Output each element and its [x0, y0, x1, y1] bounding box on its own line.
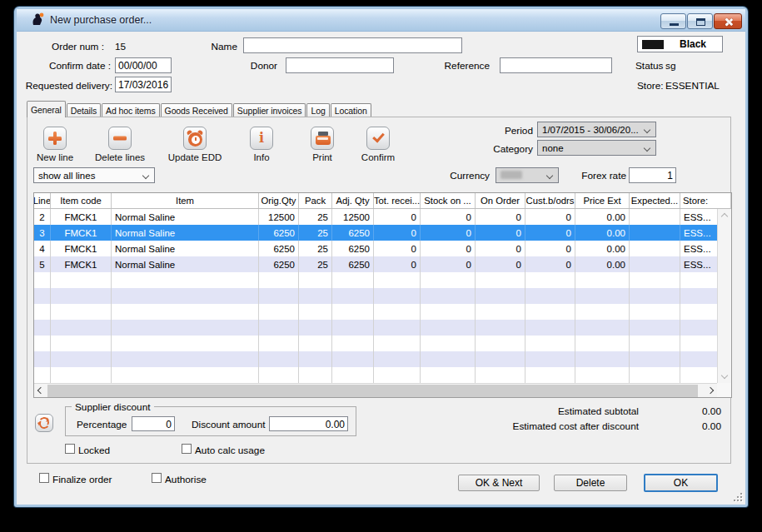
column-header[interactable]: Orig.Qty — [259, 193, 299, 208]
requested-delivery-input[interactable]: 17/03/2016 — [115, 77, 172, 92]
tab-ad-hoc-items[interactable]: Ad hoc items — [102, 103, 160, 117]
new-line-button[interactable] — [43, 127, 67, 150]
forex-rate-input[interactable]: 1 — [629, 167, 676, 183]
close-button[interactable] — [714, 13, 742, 29]
name-input[interactable] — [243, 37, 462, 53]
resize-grip[interactable] — [732, 491, 742, 501]
table-header[interactable]: LineItem codeItemOrig.QtyPackAdj. QtyTot… — [34, 193, 731, 209]
table-cell — [525, 351, 575, 367]
maximize-button[interactable] — [687, 13, 713, 29]
table-cell: 0 — [421, 241, 476, 256]
vertical-scrollbar[interactable] — [717, 209, 731, 383]
color-selector[interactable]: Black — [637, 36, 723, 52]
table-cell: FMCK1 — [51, 241, 112, 256]
table-cell — [630, 209, 680, 225]
ok-next-button[interactable]: OK & Next — [458, 475, 540, 491]
table-row[interactable] — [34, 336, 731, 351]
window-title: New purchase order... — [50, 14, 152, 26]
store-label: Store: — [637, 80, 663, 92]
finalize-order-checkbox[interactable] — [39, 473, 49, 483]
recalculate-button[interactable] — [35, 414, 53, 432]
table-cell: 0 — [476, 209, 525, 225]
info-button[interactable]: i — [250, 127, 273, 150]
table-cell — [525, 272, 575, 288]
table-cell — [332, 367, 374, 383]
tab-location[interactable]: Location — [331, 103, 371, 117]
reference-input[interactable] — [500, 57, 612, 73]
table-cell — [299, 351, 332, 367]
period-select[interactable]: 1/07/2015 - 30/06/20... — [537, 122, 656, 137]
table-cell — [575, 336, 630, 351]
column-header[interactable]: Expected... — [630, 193, 680, 208]
update-edd-button[interactable] — [183, 127, 207, 150]
column-header[interactable]: Stock on ... — [421, 193, 476, 208]
confirm-date-input[interactable]: 00/00/00 — [115, 57, 172, 73]
table-row[interactable] — [34, 320, 731, 336]
column-header[interactable]: Cust.b/odrs — [525, 193, 575, 208]
minimize-button[interactable] — [660, 13, 686, 29]
table-cell — [630, 272, 680, 288]
percentage-input[interactable]: 0 — [132, 416, 175, 431]
table-cell: 0 — [525, 256, 575, 272]
donor-input[interactable] — [286, 57, 394, 73]
tab-supplier-invoices[interactable]: Supplier invoices — [233, 103, 306, 117]
table-cell: 6250 — [332, 241, 374, 256]
table-row[interactable] — [34, 304, 731, 320]
table-cell — [34, 272, 51, 288]
table-row[interactable]: 3FMCK1Normal Saline625025625000000.00ESS… — [34, 225, 731, 241]
delete-button[interactable]: Delete — [554, 475, 627, 491]
tab-goods-received[interactable]: Goods Received — [161, 103, 232, 117]
confirm-date-label: Confirm date : — [27, 60, 111, 72]
scrollbar-thumb[interactable] — [47, 385, 698, 397]
scroll-left-icon[interactable] — [37, 387, 44, 394]
column-header[interactable]: On Order — [476, 193, 525, 208]
scroll-down-icon[interactable] — [721, 372, 728, 379]
auto-calc-checkbox[interactable] — [182, 444, 192, 454]
table-row[interactable] — [34, 367, 731, 383]
period-label: Period — [466, 125, 533, 137]
column-header[interactable]: Store: — [680, 193, 731, 208]
currency-select[interactable] — [496, 167, 559, 183]
tab-details[interactable]: Details — [67, 103, 101, 117]
tab-general[interactable]: General — [27, 101, 66, 117]
ok-button[interactable]: OK — [644, 474, 718, 492]
column-header[interactable]: Item code — [51, 193, 112, 208]
authorise-checkbox[interactable] — [152, 473, 162, 483]
scroll-right-icon[interactable] — [707, 387, 714, 394]
table-cell — [525, 367, 575, 383]
scroll-up-icon[interactable] — [721, 213, 728, 220]
column-header[interactable]: Adj. Qty — [332, 193, 374, 208]
locked-checkbox[interactable] — [65, 444, 75, 454]
table-row[interactable] — [34, 288, 731, 304]
category-select[interactable]: none — [537, 140, 656, 156]
currency-label: Currency — [423, 170, 490, 181]
table-cell — [299, 288, 332, 304]
column-header[interactable]: Line — [34, 193, 51, 208]
table-row[interactable] — [34, 272, 731, 288]
table-cell — [112, 336, 259, 351]
table-cell — [575, 367, 630, 383]
horizontal-scrollbar[interactable] — [34, 383, 717, 397]
table-row[interactable]: 5FMCK1Normal Saline625025625000000.00ESS… — [34, 256, 731, 272]
table-cell — [476, 272, 525, 288]
chevron-down-icon — [546, 172, 553, 179]
title-bar[interactable]: New purchase order... — [17, 9, 745, 32]
delete-lines-button[interactable] — [108, 127, 132, 150]
name-label: Name — [196, 41, 237, 52]
column-header[interactable]: Price Ext — [575, 193, 630, 208]
table-cell: 3 — [34, 225, 51, 241]
print-button[interactable] — [311, 127, 334, 150]
authorise-label: Authorise — [165, 474, 207, 485]
show-lines-select[interactable]: show all lines — [33, 167, 155, 183]
table-row[interactable]: 4FMCK1Normal Saline625025625000000.00ESS… — [34, 241, 731, 256]
table-row[interactable]: 2FMCK1Normal Saline12500251250000000.00E… — [34, 209, 731, 225]
currency-value-redacted — [501, 171, 522, 179]
tab-log[interactable]: Log — [306, 103, 329, 117]
column-header[interactable]: Item — [112, 193, 259, 208]
minimize-icon — [670, 23, 679, 26]
table-row[interactable] — [34, 351, 731, 367]
column-header[interactable]: Pack — [299, 193, 332, 208]
column-header[interactable]: Tot. recei... — [374, 193, 421, 208]
confirm-button[interactable] — [366, 127, 390, 150]
discount-amount-input[interactable]: 0.00 — [269, 416, 348, 431]
